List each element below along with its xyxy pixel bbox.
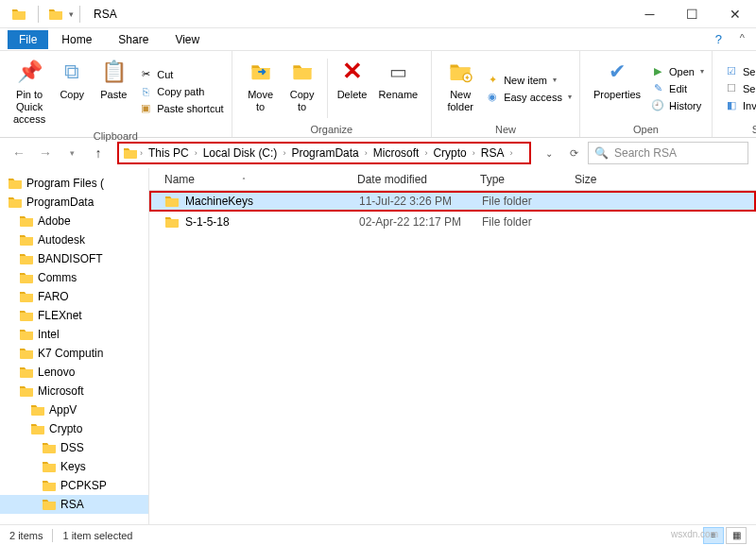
delete-button[interactable]: ✕ Delete — [332, 55, 373, 122]
column-name[interactable]: Name˄ — [149, 173, 357, 186]
copy-to-button[interactable]: Copy to — [282, 55, 323, 122]
tree-item[interactable]: Intel — [0, 325, 148, 344]
chevron-right-icon[interactable]: › — [138, 148, 145, 158]
open-button[interactable]: ▶Open▾ — [650, 64, 704, 79]
move-to-button[interactable]: Move to — [240, 55, 282, 122]
svg-text:✦: ✦ — [464, 74, 471, 82]
qat-folder-icon[interactable] — [48, 7, 63, 22]
new-folder-icon: ✦ — [445, 57, 475, 87]
tree-item[interactable]: AppV — [0, 400, 148, 419]
navigation-tree[interactable]: Program Files (ProgramDataAdobeAutodeskB… — [0, 168, 149, 524]
chevron-right-icon[interactable]: › — [281, 148, 287, 158]
close-button[interactable]: ✕ — [713, 0, 756, 28]
tree-item[interactable]: RSA — [0, 495, 148, 514]
ribbon-group-organize: Move to Copy to ✕ Delete ▭ Rename Organi… — [232, 51, 433, 137]
search-icon: 🔍 — [594, 146, 609, 160]
copy-button[interactable]: ⧉ Copy — [51, 55, 93, 128]
invert-selection-button[interactable]: ◧Invert selection — [724, 98, 756, 113]
properties-button[interactable]: ✔ Properties — [588, 55, 646, 122]
back-button[interactable]: ← — [8, 142, 30, 164]
tree-item[interactable]: PCPKSP — [0, 476, 148, 495]
maximize-button[interactable]: ☐ — [671, 0, 713, 28]
group-label-clipboard: Clipboard — [8, 130, 224, 142]
easy-access-button[interactable]: ◉Easy access▾ — [485, 90, 572, 105]
rename-button[interactable]: ▭ Rename — [373, 55, 424, 122]
thumbnails-view-button[interactable]: ▦ — [726, 527, 747, 544]
chevron-right-icon[interactable]: › — [193, 148, 199, 158]
qat-dropdown-icon[interactable]: ▾ — [69, 9, 74, 19]
tab-share[interactable]: Share — [105, 30, 162, 49]
chevron-right-icon[interactable]: › — [422, 148, 429, 158]
pin-to-quick-access-button[interactable]: 📌 Pin to Quick access — [8, 55, 51, 128]
collapse-ribbon-icon[interactable]: ^ — [740, 32, 745, 43]
copy-path-icon: ⎘ — [138, 84, 153, 99]
search-input[interactable]: 🔍 Search RSA — [588, 142, 748, 164]
address-dropdown-button[interactable]: ⌄ — [539, 143, 559, 163]
column-type[interactable]: Type — [480, 173, 575, 186]
title-bar: ▾ RSA ─ ☐ ✕ — [0, 0, 756, 28]
up-button[interactable]: ↑ — [87, 142, 110, 164]
tree-item[interactable]: Crypto — [0, 419, 148, 438]
tree-item[interactable]: FLEXnet — [0, 306, 148, 325]
paste-button[interactable]: 📋 Paste — [93, 55, 134, 128]
edit-button[interactable]: ✎Edit — [650, 81, 704, 96]
column-date[interactable]: Date modified — [357, 173, 480, 186]
breadcrumb-item[interactable]: RSA — [477, 146, 508, 160]
group-label-open: Open — [588, 124, 704, 135]
folder-icon — [164, 214, 180, 230]
tree-item[interactable]: BANDISOFT — [0, 249, 148, 268]
file-row[interactable]: S-1-5-1802-Apr-22 12:17 PMFile folder — [149, 212, 756, 232]
status-bar: 2 items 1 item selected ≡ ▦ — [0, 524, 756, 545]
sort-indicator-icon: ˄ — [242, 177, 246, 185]
tree-item[interactable]: FARO — [0, 287, 148, 306]
tree-item[interactable]: Lenovo — [0, 363, 148, 382]
new-item-button[interactable]: ✦New item▾ — [485, 73, 572, 88]
copy-path-button[interactable]: ⎘Copy path — [138, 84, 223, 99]
forward-button[interactable]: → — [34, 142, 57, 164]
breadcrumb-folder-icon — [123, 145, 138, 161]
column-size[interactable]: Size — [575, 173, 631, 186]
cut-button[interactable]: ✂Cut — [138, 67, 223, 82]
tree-item[interactable]: Microsoft — [0, 382, 148, 400]
tree-item[interactable]: ProgramData — [0, 193, 148, 212]
tree-item[interactable]: Program Files ( — [0, 174, 148, 193]
breadcrumb-item[interactable]: ProgramData — [287, 146, 362, 160]
copy-to-icon — [287, 57, 318, 87]
minimize-button[interactable]: ─ — [628, 0, 671, 28]
breadcrumb-item[interactable]: Crypto — [429, 146, 470, 160]
history-button[interactable]: 🕘History — [650, 98, 704, 113]
paste-shortcut-button[interactable]: ▣Paste shortcut — [138, 101, 223, 116]
tree-item[interactable]: K7 Computin — [0, 344, 148, 363]
tab-home[interactable]: Home — [48, 30, 105, 49]
tab-file[interactable]: File — [8, 30, 48, 49]
breadcrumb[interactable]: › This PC › Local Disk (C:) › ProgramDat… — [117, 142, 531, 164]
breadcrumb-item[interactable]: Local Disk (C:) — [199, 146, 282, 160]
tree-item[interactable]: Autodesk — [0, 230, 148, 249]
chevron-right-icon[interactable]: › — [471, 148, 477, 158]
breadcrumb-item[interactable]: Microsoft — [369, 146, 423, 160]
tree-item[interactable]: Comms — [0, 268, 148, 287]
new-item-icon: ✦ — [485, 73, 500, 88]
breadcrumb-item[interactable]: This PC — [145, 146, 193, 160]
tab-view[interactable]: View — [162, 30, 213, 49]
select-none-button[interactable]: ☐Select none — [724, 81, 756, 96]
tree-item[interactable]: Adobe — [0, 212, 148, 230]
help-icon[interactable]: ? — [715, 32, 722, 46]
select-all-button[interactable]: ☑Select all — [724, 64, 756, 79]
search-placeholder: Search RSA — [614, 146, 677, 160]
edit-icon: ✎ — [650, 81, 665, 96]
select-none-icon: ☐ — [724, 81, 739, 96]
file-row[interactable]: MachineKeys11-Jul-22 3:26 PMFile folder — [149, 191, 756, 212]
qat-separator-2 — [79, 6, 80, 23]
chevron-right-icon[interactable]: › — [507, 148, 514, 158]
tree-item[interactable]: DSS — [0, 438, 148, 457]
pin-icon: 📌 — [14, 57, 44, 87]
tree-item[interactable]: Keys — [0, 457, 148, 476]
new-folder-button[interactable]: ✦ New folder — [439, 55, 481, 122]
refresh-button[interactable]: ⟳ — [563, 143, 584, 163]
app-folder-icon — [11, 7, 26, 22]
chevron-right-icon[interactable]: › — [363, 148, 369, 158]
recent-locations-button[interactable]: ▾ — [60, 142, 83, 164]
paste-shortcut-icon: ▣ — [138, 101, 153, 116]
status-selection: 1 item selected — [62, 530, 132, 541]
